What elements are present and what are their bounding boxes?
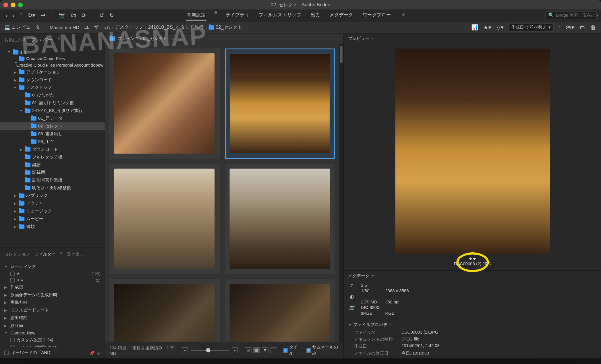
breadcrumb-item[interactable]: 241010_BS_イタリア旅行 — [148, 24, 204, 30]
refresh-icon[interactable]: ⟳ — [80, 11, 87, 19]
zoom-out-button[interactable]: − — [182, 347, 188, 353]
tree-item[interactable]: 01_元データ — [0, 115, 105, 122]
tree-item[interactable]: ミュージック — [0, 207, 105, 215]
breadcrumb-item[interactable]: ユーザ — [84, 24, 98, 30]
batch-icon[interactable]: 🗂 — [69, 11, 78, 19]
search-box[interactable]: 🔍 ▾ — [545, 11, 597, 19]
tree-item[interactable]: 明るさ・美肌修整後 — [0, 184, 105, 192]
thumbnail-selected[interactable] — [225, 49, 335, 158]
tab-metadata[interactable]: メタデータ — [329, 10, 354, 20]
tree-item[interactable]: 楽譜 — [0, 161, 105, 169]
tree-item[interactable]: ムービー — [0, 215, 105, 223]
filter-row[interactable]: ▶ISO スピードレート — [0, 306, 105, 314]
thumbnail[interactable] — [109, 279, 219, 342]
new-folder-icon[interactable]: 🗀 — [579, 23, 586, 31]
filter-row[interactable]: ★(123) — [0, 270, 105, 277]
tab-workflow[interactable]: ワークフロー — [362, 10, 392, 20]
search-input[interactable] — [556, 13, 595, 18]
tree-item[interactable]: 記録用 — [0, 169, 105, 177]
history-dropdown[interactable]: ↻▾ — [26, 11, 37, 19]
sort-dropdown[interactable]: 作成日 で並べ替え▾ — [508, 23, 554, 32]
tree-item[interactable]: 99_ボツ — [0, 138, 105, 146]
keyword-and-checkbox[interactable] — [4, 351, 9, 355]
tree-item[interactable]: アプリケーション — [0, 68, 105, 76]
breadcrumb-root[interactable]: 💻 コンピューター — [4, 24, 45, 30]
tree-item[interactable]: 02_セレクト — [0, 122, 105, 130]
tree-item[interactable]: 証明写真作業後 — [0, 176, 105, 184]
cancel-filter-icon[interactable]: ⊘ — [97, 351, 101, 355]
breadcrumb-item[interactable]: デスクトップ — [115, 24, 143, 30]
maximize-window-button[interactable] — [18, 2, 23, 7]
tabs-overflow[interactable]: » — [399, 10, 407, 20]
tab-library[interactable]: ライブラリ — [225, 10, 250, 20]
close-window-button[interactable] — [3, 2, 8, 7]
funnel-filter-icon[interactable]: ▽▾ — [496, 23, 505, 31]
tab-export[interactable]: 書き出し — [67, 250, 84, 258]
tree-item[interactable]: 241010_BS_イタリア旅行 — [0, 107, 105, 115]
thumbnail[interactable] — [225, 279, 335, 342]
filter-row[interactable]: ★★(1) — [0, 277, 105, 283]
tree-item[interactable]: Creative Cloud Files — [0, 55, 105, 62]
breadcrumb-current[interactable]: 02_セレクト — [209, 24, 242, 30]
filter-row[interactable]: ▶露出時間 — [0, 314, 105, 322]
tab-favorites[interactable]: お気に入り — [4, 36, 26, 44]
view-grid-lock-icon[interactable]: ⊞ — [245, 347, 252, 353]
breadcrumb-item[interactable]: Macintosh HD — [50, 25, 79, 30]
back-button[interactable]: ‹ — [4, 11, 9, 19]
filter-row[interactable]: ▶原画像データの生成日時 — [0, 291, 105, 299]
filter-row[interactable]: ▶絞り値 — [0, 322, 105, 330]
filter-row[interactable]: トリミング解除 (124) — [0, 344, 105, 346]
view-details-icon[interactable]: ☰ — [270, 347, 277, 353]
filter-row[interactable]: ▼Camera Raw — [0, 330, 105, 336]
filter-row[interactable]: ▶画像方向 — [0, 299, 105, 307]
tab-default[interactable]: 初期設定 — [186, 10, 207, 20]
tree-item[interactable]: ピクチャ — [0, 200, 105, 207]
thumbnail[interactable] — [109, 164, 219, 274]
tree-item[interactable]: デスクトップ — [0, 84, 105, 92]
tree-item[interactable]: 0_ひながた — [0, 91, 105, 99]
tile-checkbox[interactable]: ✓ — [283, 348, 288, 353]
camera-import-icon[interactable]: 📷 — [57, 11, 67, 19]
tree-item[interactable]: 書類 — [0, 223, 105, 231]
tab-folders[interactable]: フォルダー — [31, 36, 53, 44]
trash-icon[interactable]: 🗑 — [590, 23, 597, 31]
tree-item[interactable]: ダウンロード — [0, 76, 105, 84]
filter-star-icon[interactable]: ★▾ — [482, 23, 492, 31]
tree-item[interactable]: フルレタッチ後 — [0, 153, 105, 161]
view-list-icon[interactable]: ≣ — [262, 347, 269, 353]
parent-folder-button[interactable]: ⤴ — [18, 11, 24, 19]
scrollbar[interactable] — [339, 44, 343, 342]
thumbnail[interactable] — [225, 164, 335, 274]
open-recent-icon[interactable]: 🗁▾ — [565, 23, 575, 31]
filter-histogram-icon[interactable]: 📊 — [470, 23, 479, 31]
tab-filter[interactable]: フィルター — [34, 250, 56, 258]
sort-direction-icon[interactable]: ↑ — [557, 23, 562, 31]
filter-row[interactable]: カスタム設定 (124) — [0, 336, 105, 344]
file-props-header[interactable]: ファイルプロパティ — [353, 322, 392, 328]
tree-item[interactable]: s.h — [0, 49, 105, 55]
chevron-down-icon[interactable]: ▾ — [596, 13, 598, 18]
thumbnail[interactable] — [109, 49, 219, 158]
breadcrumb-item[interactable]: s.h — [103, 25, 110, 30]
pin-icon[interactable]: 📌 — [89, 351, 94, 355]
preview-image[interactable] — [395, 49, 550, 254]
boomerang-icon[interactable]: ↩ — [39, 11, 47, 19]
add-tab-icon[interactable]: + — [171, 36, 174, 41]
tab-filmstrip[interactable]: フィルムストリップ — [258, 10, 302, 20]
tab-output[interactable]: 出力 — [310, 10, 321, 20]
filter-row[interactable]: ▼レーティング — [0, 263, 105, 270]
tree-item[interactable]: 01_証明トリミング後 — [0, 99, 105, 107]
tree-item[interactable]: ダウンロード — [0, 146, 105, 153]
tab-collection[interactable]: コレクション — [4, 250, 30, 258]
preview-rating[interactable]: ★★ — [454, 257, 491, 261]
tree-item[interactable]: 03_書き出し — [0, 130, 105, 138]
minimize-window-button[interactable] — [11, 2, 15, 7]
tree-item[interactable]: Creative Cloud Files Personal Account do… — [0, 62, 105, 68]
thumbnail-only-checkbox[interactable]: ✓ — [307, 348, 311, 353]
rotate-ccw-icon[interactable]: ↺ — [98, 11, 105, 19]
view-grid-icon[interactable]: ▦ — [253, 347, 260, 353]
forward-button[interactable]: › — [11, 11, 16, 19]
tree-item[interactable]: パブリック — [0, 192, 105, 200]
filter-row[interactable]: ▶作成日 — [0, 283, 105, 291]
zoom-in-button[interactable]: + — [232, 347, 238, 353]
